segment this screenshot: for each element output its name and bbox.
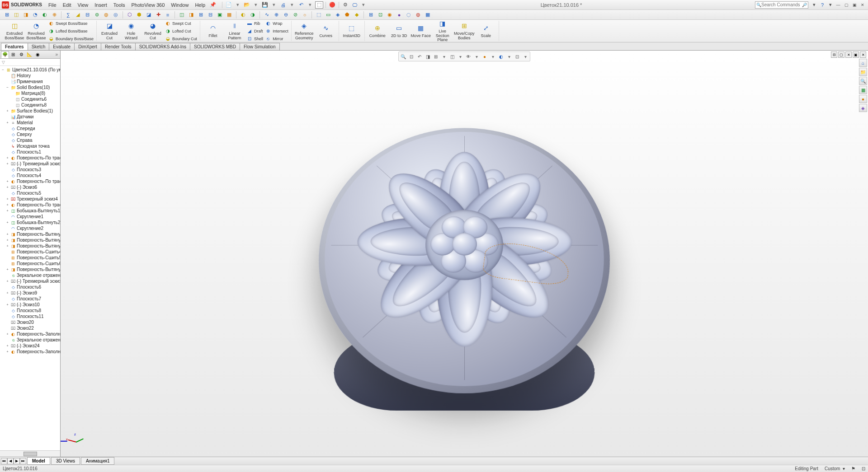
tree-tab-dimxpert[interactable]: 📐	[25, 51, 33, 58]
lofted-boss-button[interactable]: ◑Lofted Boss/Base	[47, 28, 94, 35]
menu-tools[interactable]: Tools	[111, 1, 128, 9]
qt-icon[interactable]: ⊞	[367, 11, 375, 19]
tree-item[interactable]: +◫Бобышка-Вытянуть2	[0, 220, 60, 225]
tree-item[interactable]: ↳Исходная точка	[0, 143, 60, 149]
tree-item[interactable]: +⌧(-) Эскиз24	[0, 343, 60, 349]
rib-button[interactable]: ▬Rib	[245, 20, 264, 27]
dropdown-icon[interactable]: ▾	[457, 53, 464, 60]
taskpane-resources-icon[interactable]: ⌂	[859, 59, 867, 67]
shell-button[interactable]: ⊡Shell	[245, 35, 264, 42]
tree-item[interactable]: +◨Поверхность-Вытянуть	[0, 237, 60, 243]
orientation-triad[interactable]: x z	[67, 433, 85, 451]
dropdown-icon[interactable]: ▾	[522, 53, 529, 60]
qt-icon[interactable]: ⬢	[135, 11, 143, 19]
dropdown-icon[interactable]: ▾	[810, 1, 818, 9]
2d-to-3d-button[interactable]: ▭2D to 3D	[388, 19, 410, 43]
qt-icon[interactable]: ▭	[324, 11, 332, 19]
view-collapse-icon[interactable]: ⊟	[831, 51, 837, 58]
status-options-icon[interactable]: ⊡	[862, 466, 865, 471]
tree-item[interactable]: +◨Поверхность-Вытянуть	[0, 266, 60, 272]
boundary-boss-button[interactable]: ◒Boundary Boss/Base	[47, 35, 94, 42]
pin-icon[interactable]: 📌	[209, 1, 217, 9]
nav-last-icon[interactable]: ⏭	[20, 458, 26, 464]
tree-item[interactable]: 📋History	[0, 73, 60, 79]
tree-item[interactable]: ⊞Поверхность-Сшить5	[0, 255, 60, 261]
undo-icon[interactable]: ↶	[297, 1, 305, 9]
qt-icon[interactable]: ⬟	[343, 11, 351, 19]
linear-pattern-button[interactable]: ⦀Linear Pattern	[224, 20, 245, 42]
menu-photoview360[interactable]: PhotoView 360	[128, 1, 167, 9]
tree-item[interactable]: ◇Плоскость8	[0, 308, 60, 313]
qt-icon[interactable]: ≡	[164, 11, 172, 19]
tree-item[interactable]: 📊Датчики	[0, 114, 60, 120]
tab-sketch[interactable]: Sketch	[28, 43, 50, 50]
qt-icon[interactable]: ◢	[74, 11, 82, 19]
screen-icon[interactable]: 🖵	[350, 1, 359, 9]
tree-item[interactable]: ◇Плоскость1	[0, 149, 60, 155]
live-section-button[interactable]: ◨Live Section Plane	[432, 19, 453, 43]
qt-icon[interactable]: ◍	[414, 11, 422, 19]
qt-icon[interactable]: ✚	[154, 11, 162, 19]
qt-icon[interactable]: ∿	[263, 11, 271, 19]
prev-view-icon[interactable]: ↶	[416, 53, 423, 60]
menu-edit[interactable]: Edit	[60, 1, 74, 9]
tree-tab-config[interactable]: ⚙	[17, 51, 25, 58]
zoom-fit-icon[interactable]: 🔍	[400, 53, 407, 60]
wrap-button[interactable]: ◐Wrap	[264, 20, 289, 27]
save-icon[interactable]: 💾	[261, 1, 269, 9]
tree-item[interactable]: +📁Surface Bodies(1)	[0, 108, 60, 114]
tree-item[interactable]: +⌧(-) Эскиз9	[0, 290, 60, 296]
menu-view[interactable]: View	[75, 1, 91, 9]
tab-addins[interactable]: SOLIDWORKS Add-Ins	[135, 43, 190, 50]
menu-window[interactable]: Window	[168, 1, 191, 9]
apply-scene-icon[interactable]: ◐	[497, 53, 505, 60]
tree-item[interactable]: +◐Поверхность-Заполнит	[0, 331, 60, 337]
instant3d-button[interactable]: ⬚Instant3D	[341, 24, 363, 38]
menu-help[interactable]: Help	[192, 1, 208, 9]
tab-dimxpert[interactable]: DimXpert	[74, 43, 101, 50]
open-icon[interactable]: 📂	[243, 1, 251, 9]
intersect-button[interactable]: ⊗Intersect	[264, 28, 289, 35]
qt-icon[interactable]: ⊟	[206, 11, 214, 19]
swept-cut-button[interactable]: ◐Swept Cut	[164, 20, 198, 27]
search-input[interactable]	[761, 2, 802, 7]
dropdown-icon[interactable]: ▾	[234, 1, 242, 9]
tab-model[interactable]: Model	[27, 457, 50, 465]
tree-item[interactable]: ◇Плоскость4	[0, 173, 60, 178]
tree-item[interactable]: ◇Сверху	[0, 131, 60, 137]
revolved-cut-button[interactable]: ◕Revolved Cut	[142, 20, 164, 42]
tree-item[interactable]: 📁Матрица(8)	[0, 90, 60, 96]
move-face-button[interactable]: ▦Move Face	[410, 19, 432, 43]
tree-tab-property[interactable]: ⊞	[9, 51, 17, 58]
tab-flow-simulation[interactable]: Flow Simulation	[240, 43, 280, 50]
qt-icon[interactable]: ●	[395, 11, 403, 19]
view-window-icon[interactable]: ▢	[838, 51, 844, 58]
qt-icon[interactable]: ◪	[145, 11, 153, 19]
dropdown-icon[interactable]: ▾	[473, 53, 480, 60]
help-icon[interactable]: ?	[818, 1, 826, 9]
tree-item[interactable]: ◇Плоскость3	[0, 167, 60, 173]
qt-icon[interactable]: ◉	[386, 11, 394, 19]
taskpane-custom-icon[interactable]: ◈	[859, 104, 867, 112]
taskpane-appearances-icon[interactable]: ●	[859, 95, 867, 103]
qt-icon[interactable]: ⊞	[3, 11, 11, 19]
ref-geometry-button[interactable]: ◈Reference Geometry	[293, 22, 315, 41]
tab-3d-views[interactable]: 3D Views	[51, 457, 80, 465]
fillet-button[interactable]: ◠Fillet	[202, 20, 224, 42]
dropdown-icon[interactable]: ▾	[826, 1, 835, 9]
tab-mbd[interactable]: SOLIDWORKS MBD	[190, 43, 240, 50]
tree-item[interactable]: 📑Примечания	[0, 79, 60, 84]
tree-item[interactable]: +⌧(-) Эскиз6	[0, 184, 60, 190]
view-close2-icon[interactable]: ✕	[860, 51, 866, 58]
tree-item[interactable]: ◠Скругление1	[0, 214, 60, 220]
qt-icon[interactable]: ◌	[405, 11, 413, 19]
tree-root[interactable]: −⊞ Цветок21.10.016 (По умол ▲	[0, 67, 60, 73]
tree-item[interactable]: ◇Плоскость5	[0, 190, 60, 196]
tree-item[interactable]: ⌧Эскиз22	[0, 325, 60, 331]
qt-icon[interactable]: ◍	[102, 11, 110, 19]
nav-first-icon[interactable]: ⏮	[1, 458, 7, 464]
qt-icon[interactable]: ⊕	[50, 11, 58, 19]
tree-item[interactable]: +◨Поверхность-Вытянуть	[0, 231, 60, 237]
tree-tab-display[interactable]: ◉	[33, 51, 42, 58]
feature-tree[interactable]: −⊞ Цветок21.10.016 (По умол ▲ 📋History📑П…	[0, 66, 60, 450]
